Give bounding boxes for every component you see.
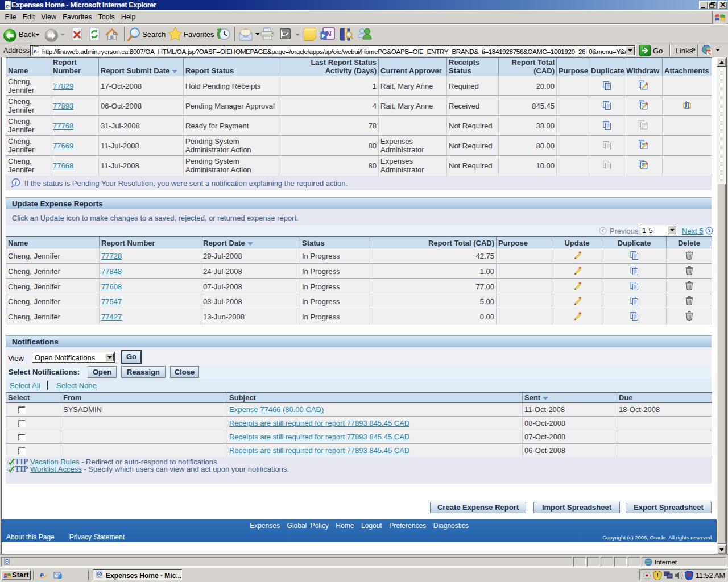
svg-text:!: ! <box>656 572 659 579</box>
svg-text:e: e <box>5 1 9 10</box>
svg-text:N: N <box>326 30 331 38</box>
svg-text:i: i <box>15 180 17 186</box>
svg-text:e: e <box>33 47 36 55</box>
